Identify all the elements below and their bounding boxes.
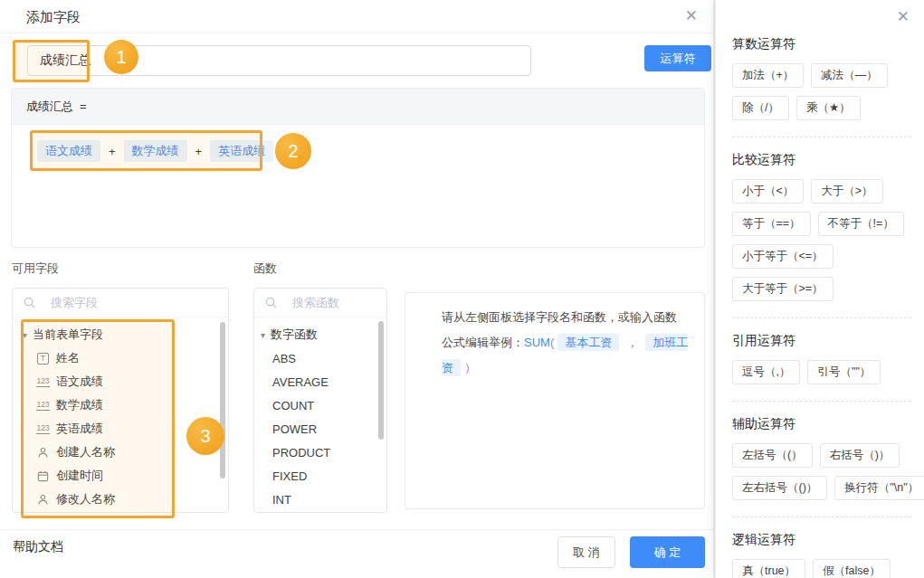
function-item[interactable]: PRODUCT bbox=[254, 441, 386, 464]
hint-line1: 请从左侧面板选择字段名和函数，或输入函数 bbox=[442, 305, 690, 330]
field-item[interactable]: 123 英语成绩 bbox=[13, 417, 228, 441]
close-paren: ） bbox=[464, 361, 476, 374]
field-item[interactable]: 创建时间 bbox=[13, 464, 228, 488]
op-quote-button[interactable]: 引号（""） bbox=[807, 360, 881, 384]
field-item[interactable]: 123 数学成绩 bbox=[13, 393, 228, 417]
functions-list-panel: ▾ 数字函数 ABS AVERAGE COUNT POWER PRODUCT F… bbox=[253, 288, 387, 513]
divider bbox=[732, 516, 911, 517]
op-comma-button[interactable]: 逗号（,） bbox=[732, 360, 800, 384]
functions-scrollbar[interactable] bbox=[378, 321, 384, 440]
op-false-button[interactable]: 假（false） bbox=[813, 559, 891, 578]
field-name-input[interactable] bbox=[27, 45, 531, 76]
equals-sign: = bbox=[80, 99, 87, 113]
op-right-paren-button[interactable]: 右括号（)） bbox=[820, 443, 900, 468]
cancel-button[interactable]: 取 消 bbox=[557, 536, 615, 568]
text-cursor bbox=[283, 143, 285, 159]
section-title-comparison: 比较运算符 bbox=[732, 152, 913, 168]
op-greater-equal-button[interactable]: 大于等于（>=） bbox=[732, 277, 834, 301]
op-less-than-button[interactable]: 小于（<） bbox=[732, 179, 804, 204]
op-subtract-button[interactable]: 减法（—） bbox=[811, 63, 888, 88]
op-multiply-button[interactable]: 乘（★） bbox=[796, 96, 861, 120]
operator-toggle-button[interactable]: 运算符 bbox=[644, 45, 711, 71]
formula-lhs-label: 成绩汇总 bbox=[26, 99, 73, 115]
formula-header: 成绩汇总 = bbox=[12, 89, 704, 125]
op-paren-pair-button[interactable]: 左右括号（()） bbox=[732, 476, 827, 500]
formula-token[interactable]: 英语成绩 bbox=[210, 140, 273, 162]
op-less-equal-button[interactable]: 小于等于（<=） bbox=[732, 244, 834, 269]
function-item[interactable]: COUNT bbox=[254, 393, 386, 417]
number-field-icon: 123 bbox=[35, 423, 51, 434]
field-item-label: 语文成绩 bbox=[56, 374, 103, 390]
function-item[interactable]: POWER bbox=[254, 417, 386, 441]
op-greater-than-button[interactable]: 大于（>） bbox=[811, 179, 882, 204]
fields-list-panel: ▾ 当前表单字段 T 姓名 123 语文成绩 123 数学成绩 123 英语成绩 bbox=[12, 288, 229, 513]
operator-side-panel: ✕ 算数运算符 加法（+） 减法（—） 除（/） 乘（★） 比较运算符 小于（<… bbox=[715, 0, 924, 578]
example-function-name: SUM bbox=[524, 336, 550, 349]
search-icon bbox=[263, 297, 279, 308]
fields-group-label: 当前表单字段 bbox=[33, 327, 103, 343]
field-item[interactable]: 123 语文成绩 bbox=[13, 370, 228, 393]
functions-tree: ▾ 数字函数 ABS AVERAGE COUNT POWER PRODUCT F… bbox=[254, 317, 386, 511]
function-item[interactable]: FIXED bbox=[254, 464, 386, 488]
formula-token[interactable]: 数学成绩 bbox=[124, 140, 187, 162]
formula-token[interactable]: 语文成绩 bbox=[37, 140, 100, 162]
hint-example-label: 公式编辑举例： bbox=[442, 336, 524, 349]
field-item-label: 姓名 bbox=[56, 350, 80, 366]
functions-search-row bbox=[254, 289, 386, 317]
text-field-icon: T bbox=[35, 353, 51, 365]
section-title-logic: 逻辑运算符 bbox=[732, 532, 913, 548]
hint-panel: 请从左侧面板选择字段名和函数，或输入函数 公式编辑举例：SUM(基本工资，加班工… bbox=[405, 292, 705, 509]
op-add-button[interactable]: 加法（+） bbox=[732, 63, 804, 88]
op-left-paren-button[interactable]: 左括号（(） bbox=[732, 443, 813, 468]
example-comma: ， bbox=[626, 336, 638, 349]
number-field-icon: 123 bbox=[35, 400, 51, 411]
example-token: 基本工资 bbox=[557, 334, 619, 351]
chevron-down-icon: ▾ bbox=[261, 330, 265, 340]
divider bbox=[732, 317, 911, 318]
functions-group-row[interactable]: ▾ 数字函数 bbox=[254, 323, 386, 346]
op-true-button[interactable]: 真（true） bbox=[732, 559, 805, 578]
functions-label: 函数 bbox=[253, 261, 277, 277]
calendar-icon bbox=[35, 470, 51, 482]
fields-tree: ▾ 当前表单字段 T 姓名 123 语文成绩 123 数学成绩 123 英语成绩 bbox=[13, 317, 228, 511]
field-item[interactable]: T 姓名 bbox=[13, 346, 228, 370]
chevron-down-icon: ▾ bbox=[23, 330, 27, 340]
fields-group-row[interactable]: ▾ 当前表单字段 bbox=[13, 323, 228, 346]
formula-input-area[interactable]: 语文成绩 + 数学成绩 + 英语成绩 bbox=[12, 125, 704, 162]
search-icon bbox=[22, 297, 37, 308]
fields-search-input[interactable] bbox=[49, 295, 219, 310]
help-doc-link[interactable]: 帮助文档 bbox=[13, 539, 63, 555]
divider bbox=[732, 137, 911, 137]
op-equal-button[interactable]: 等于（==） bbox=[732, 212, 811, 236]
functions-search-input[interactable] bbox=[291, 295, 377, 310]
fields-scrollbar[interactable] bbox=[220, 322, 225, 479]
op-divide-button[interactable]: 除（/） bbox=[732, 96, 789, 120]
function-item[interactable]: AVERAGE bbox=[254, 370, 386, 393]
fields-search-row bbox=[13, 289, 228, 317]
field-item-label: 数学成绩 bbox=[56, 397, 103, 413]
person-icon bbox=[35, 447, 51, 459]
field-item[interactable]: 创建人名称 bbox=[13, 441, 228, 464]
functions-group-label: 数字函数 bbox=[271, 327, 318, 343]
field-item-label: 英语成绩 bbox=[56, 421, 103, 437]
available-fields-label: 可用字段 bbox=[12, 261, 59, 277]
close-icon[interactable]: ✕ bbox=[897, 9, 910, 24]
divider bbox=[732, 401, 911, 402]
confirm-button[interactable]: 确 定 bbox=[630, 536, 705, 568]
plus-operator: + bbox=[109, 145, 116, 158]
op-newline-button[interactable]: 换行符（"\n"） bbox=[834, 476, 924, 500]
dialog-title: 添加字段 bbox=[26, 9, 81, 26]
field-item-label: 创建时间 bbox=[56, 468, 103, 484]
close-icon[interactable]: ✕ bbox=[685, 8, 698, 24]
section-title-reference: 引用运算符 bbox=[732, 333, 913, 349]
footer-divider bbox=[0, 529, 713, 530]
formula-editor: 成绩汇总 = 语文成绩 + 数学成绩 + 英语成绩 bbox=[11, 88, 705, 248]
function-item[interactable]: INT bbox=[254, 488, 386, 511]
field-item[interactable]: 修改人名称 bbox=[13, 488, 228, 511]
function-item[interactable]: ABS bbox=[254, 346, 386, 370]
op-not-equal-button[interactable]: 不等于（!=） bbox=[818, 212, 904, 236]
number-field-icon: 123 bbox=[35, 376, 51, 387]
section-title-arithmetic: 算数运算符 bbox=[732, 36, 913, 52]
open-paren: ( bbox=[550, 336, 554, 349]
hint-line2: 公式编辑举例：SUM(基本工资，加班工资） bbox=[442, 330, 690, 381]
